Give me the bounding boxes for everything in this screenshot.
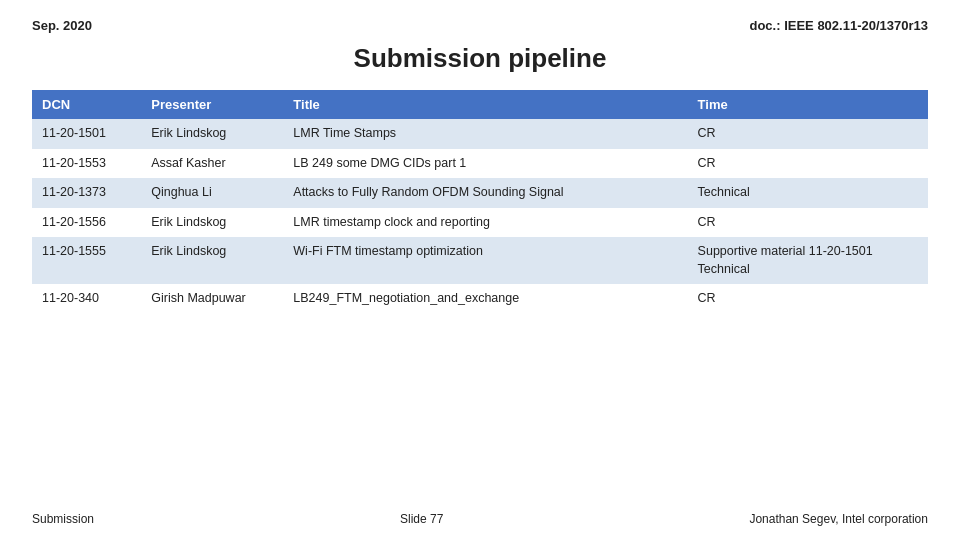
cell-presenter: Erik Lindskog [141, 208, 283, 238]
cell-dcn: 11-20-1373 [32, 178, 141, 208]
table-container: DCN Presenter Title Time 11-20-1501Erik … [32, 90, 928, 314]
header-doc: doc.: IEEE 802.11-20/1370r13 [749, 18, 928, 33]
cell-title: LB 249 some DMG CIDs part 1 [283, 149, 687, 179]
col-header-title: Title [283, 90, 687, 119]
header-date: Sep. 2020 [32, 18, 92, 33]
cell-presenter: Erik Lindskog [141, 237, 283, 284]
cell-title: LB249_FTM_negotiation_and_exchange [283, 284, 687, 314]
cell-title: LMR timestamp clock and reporting [283, 208, 687, 238]
cell-dcn: 11-20-1556 [32, 208, 141, 238]
col-header-presenter: Presenter [141, 90, 283, 119]
cell-dcn: 11-20-1553 [32, 149, 141, 179]
submission-table: DCN Presenter Title Time 11-20-1501Erik … [32, 90, 928, 314]
table-row: 11-20-1373Qinghua LiAttacks to Fully Ran… [32, 178, 928, 208]
cell-time: CR [688, 284, 928, 314]
table-row: 11-20-1501Erik LindskogLMR Time StampsCR [32, 119, 928, 149]
table-header-row: DCN Presenter Title Time [32, 90, 928, 119]
table-row: 11-20-340Girish MadpuwarLB249_FTM_negoti… [32, 284, 928, 314]
cell-time: CR [688, 208, 928, 238]
cell-presenter: Qinghua Li [141, 178, 283, 208]
table-row: 11-20-1553Assaf KasherLB 249 some DMG CI… [32, 149, 928, 179]
footer-right: Jonathan Segev, Intel corporation [749, 512, 928, 526]
col-header-dcn: DCN [32, 90, 141, 119]
cell-time: CR [688, 119, 928, 149]
page: Sep. 2020 doc.: IEEE 802.11-20/1370r13 S… [0, 0, 960, 540]
footer-bar: Submission Slide 77 Jonathan Segev, Inte… [32, 502, 928, 526]
cell-dcn: 11-20-340 [32, 284, 141, 314]
footer-center: Slide 77 [400, 512, 443, 526]
cell-presenter: Assaf Kasher [141, 149, 283, 179]
cell-time: Technical [688, 178, 928, 208]
cell-presenter: Erik Lindskog [141, 119, 283, 149]
cell-time: Supportive material 11-20-1501Technical [688, 237, 928, 284]
cell-time: CR [688, 149, 928, 179]
col-header-time: Time [688, 90, 928, 119]
page-title: Submission pipeline [32, 43, 928, 74]
table-body: 11-20-1501Erik LindskogLMR Time StampsCR… [32, 119, 928, 314]
table-row: 11-20-1555Erik LindskogWi-Fi FTM timesta… [32, 237, 928, 284]
cell-title: Wi-Fi FTM timestamp optimization [283, 237, 687, 284]
footer-left: Submission [32, 512, 94, 526]
cell-title: LMR Time Stamps [283, 119, 687, 149]
cell-title: Attacks to Fully Random OFDM Sounding Si… [283, 178, 687, 208]
table-row: 11-20-1556Erik LindskogLMR timestamp clo… [32, 208, 928, 238]
cell-presenter: Girish Madpuwar [141, 284, 283, 314]
cell-dcn: 11-20-1501 [32, 119, 141, 149]
cell-dcn: 11-20-1555 [32, 237, 141, 284]
header-bar: Sep. 2020 doc.: IEEE 802.11-20/1370r13 [32, 18, 928, 33]
